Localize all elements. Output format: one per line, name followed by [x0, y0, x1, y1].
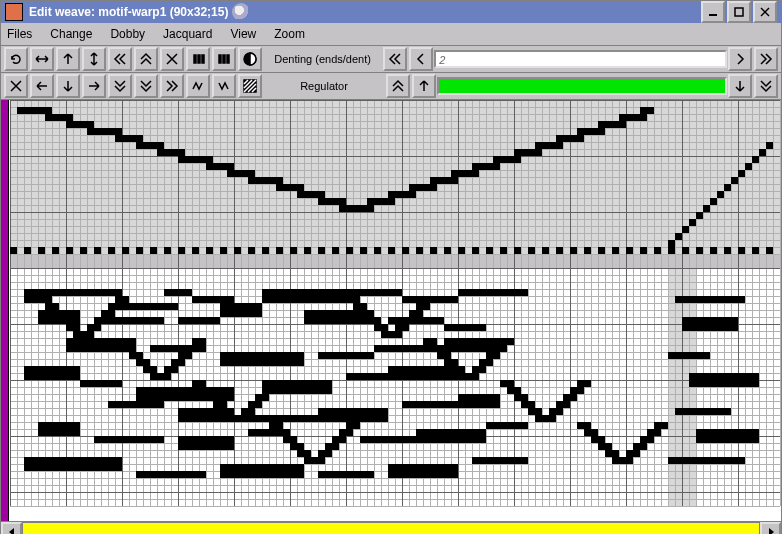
double-chevron-left-icon[interactable] [108, 47, 132, 71]
app-icon [5, 3, 23, 21]
double-chevron-right-icon[interactable] [160, 74, 184, 98]
reg-down-icon[interactable] [728, 74, 752, 98]
arrow-right-icon[interactable] [82, 74, 106, 98]
window: Edit weave: motif-warp1 (90x32;15) Files… [0, 0, 782, 534]
menu-zoom[interactable]: Zoom [274, 27, 305, 41]
shift-right-icon[interactable] [212, 47, 236, 71]
toolbar-row-1: Denting (ends/dent) 2 [1, 46, 781, 73]
menu-files[interactable]: Files [7, 27, 32, 41]
scroll-right-icon[interactable] [760, 522, 781, 534]
pattern2-icon[interactable] [212, 74, 236, 98]
arrow-left-icon[interactable] [30, 74, 54, 98]
close-icon[interactable] [4, 74, 28, 98]
svg-rect-1 [735, 8, 743, 16]
minimize-button[interactable] [701, 1, 725, 23]
reg-first-icon[interactable] [386, 74, 410, 98]
regulator-label: Regulator [263, 80, 385, 92]
menu-change[interactable]: Change [50, 27, 92, 41]
maximize-button[interactable] [727, 1, 751, 23]
close-button[interactable] [753, 1, 777, 23]
rotate-icon[interactable] [4, 47, 28, 71]
first-icon[interactable] [383, 47, 407, 71]
cross-arrows-icon[interactable] [160, 47, 184, 71]
weave-canvas-area[interactable] [1, 100, 781, 521]
weave-canvas[interactable] [1, 100, 781, 520]
regulator-input[interactable] [437, 77, 727, 95]
menu-jacquard[interactable]: Jacquard [163, 27, 212, 41]
arrow-up-icon[interactable] [56, 47, 80, 71]
arrow-down-icon[interactable] [56, 74, 80, 98]
prev-icon[interactable] [409, 47, 433, 71]
horizontal-scrollbar[interactable] [1, 521, 781, 534]
toolbar-row-2: Regulator [1, 73, 781, 100]
titlebar[interactable]: Edit weave: motif-warp1 (90x32;15) [1, 1, 781, 23]
vert-arrows-icon[interactable] [82, 47, 106, 71]
reg-last-icon[interactable] [754, 74, 778, 98]
shift-left-icon[interactable] [186, 47, 210, 71]
window-title: Edit weave: motif-warp1 (90x32;15) [29, 5, 228, 19]
next-icon[interactable] [728, 47, 752, 71]
denting-label: Denting (ends/dent) [263, 53, 382, 65]
left-color-strip[interactable] [1, 100, 9, 521]
halftone-icon[interactable] [238, 47, 262, 71]
scroll-left-icon[interactable] [1, 522, 22, 534]
spiral-icon [232, 3, 250, 21]
reg-up-icon[interactable] [412, 74, 436, 98]
last-icon[interactable] [754, 47, 778, 71]
double-chevron-down2-icon[interactable] [134, 74, 158, 98]
menu-view[interactable]: View [230, 27, 256, 41]
pattern1-icon[interactable] [186, 74, 210, 98]
denting-input[interactable]: 2 [434, 50, 727, 68]
menubar: Files Change Dobby Jacquard View Zoom [1, 23, 781, 46]
horiz-arrows-icon[interactable] [30, 47, 54, 71]
scroll-track[interactable] [22, 522, 760, 534]
hatch-icon[interactable] [238, 74, 262, 98]
menu-dobby[interactable]: Dobby [110, 27, 145, 41]
double-chevron-down-icon[interactable] [108, 74, 132, 98]
double-chevron-up-icon[interactable] [134, 47, 158, 71]
